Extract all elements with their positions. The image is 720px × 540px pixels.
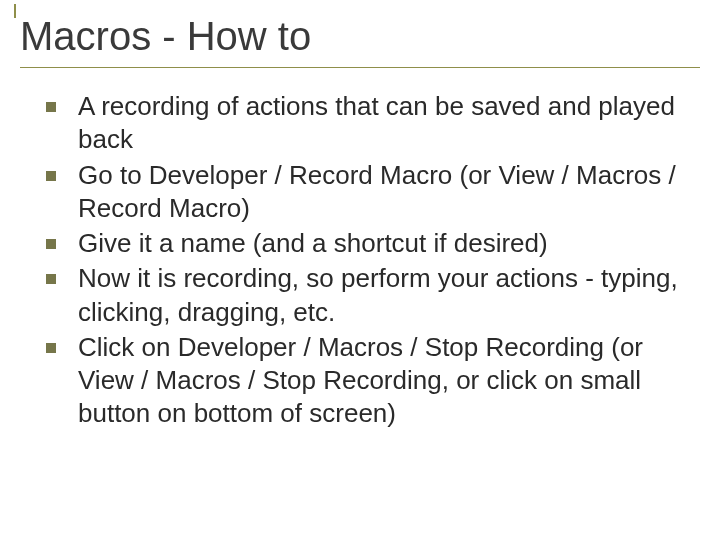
list-item-text: A recording of actions that can be saved…	[78, 90, 680, 157]
bullet-list: A recording of actions that can be saved…	[40, 90, 680, 433]
slide: Macros - How to A recording of actions t…	[0, 0, 720, 540]
list-item-text: Click on Developer / Macros / Stop Recor…	[78, 331, 680, 431]
square-bullet-icon	[46, 239, 56, 249]
square-bullet-icon	[46, 102, 56, 112]
list-item: Now it is recording, so perform your act…	[40, 262, 680, 329]
title-container: Macros - How to	[20, 10, 700, 68]
list-item-text: Give it a name (and a shortcut if desire…	[78, 227, 680, 260]
list-item-text: Go to Developer / Record Macro (or View …	[78, 159, 680, 226]
title-rule-tick	[14, 4, 16, 18]
list-item-text: Now it is recording, so perform your act…	[78, 262, 680, 329]
square-bullet-icon	[46, 343, 56, 353]
slide-title: Macros - How to	[20, 10, 700, 68]
list-item: Go to Developer / Record Macro (or View …	[40, 159, 680, 226]
list-item: A recording of actions that can be saved…	[40, 90, 680, 157]
square-bullet-icon	[46, 274, 56, 284]
square-bullet-icon	[46, 171, 56, 181]
list-item: Click on Developer / Macros / Stop Recor…	[40, 331, 680, 431]
list-item: Give it a name (and a shortcut if desire…	[40, 227, 680, 260]
